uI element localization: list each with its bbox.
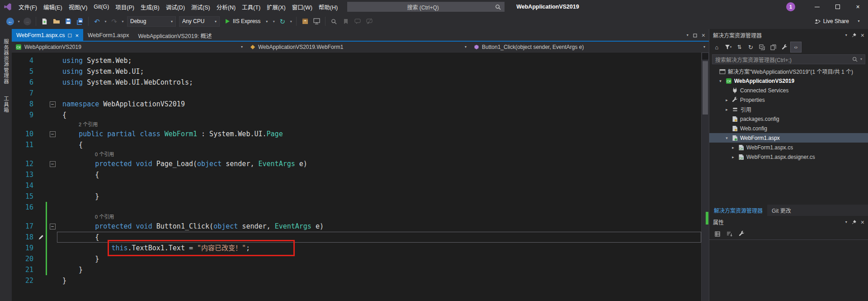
preview-selected-items-button[interactable]: ‹› (791, 42, 801, 52)
code-line[interactable]: 22} (12, 275, 701, 286)
menu-item[interactable]: 文件(F) (15, 0, 40, 14)
code-line[interactable]: 15 } (12, 191, 701, 202)
fold-margin[interactable]: − (48, 129, 57, 139)
active-files-dropdown-icon[interactable]: ▾ (687, 33, 689, 37)
tool-tab-toolbox[interactable]: 工具箱 (2, 94, 9, 115)
bookmark-button[interactable] (340, 16, 351, 27)
menu-item[interactable]: Git(G) (90, 0, 112, 14)
menu-item[interactable]: 测试(S) (188, 0, 213, 14)
tree-item[interactable]: ▸引用 (709, 105, 868, 114)
codelens-references-link[interactable]: 0 个引用 (57, 150, 114, 158)
fold-margin[interactable]: − (48, 221, 57, 232)
menu-item[interactable]: 项目(P) (112, 0, 137, 14)
class-dropdown[interactable]: WebApplicationVS2019.WebForm1 ▾ (246, 42, 470, 52)
code-line[interactable]: 4using System.Web; (12, 55, 701, 66)
show-all-files-button[interactable] (768, 42, 778, 52)
tree-item[interactable]: ▾C#WebApplicationVS2019 (709, 76, 868, 86)
properties-button[interactable] (779, 42, 790, 52)
code-line-text[interactable]: { (57, 110, 701, 120)
code-line-text[interactable]: protected void Button1_Click(object send… (57, 221, 701, 232)
quick-search-box[interactable]: 搜索 (Ctrl+Q) (347, 2, 505, 12)
code-line[interactable]: 8−namespace WebApplicationVS2019 (12, 99, 701, 110)
code-line-text[interactable] (57, 202, 701, 213)
document-tab[interactable]: WebApplicationVS2019: 概述 (134, 29, 217, 42)
dropdown-caret-icon[interactable]: ▾ (16, 19, 21, 24)
tree-item[interactable]: packages.config (709, 114, 868, 124)
collapse-region-icon[interactable]: − (50, 161, 56, 167)
codelens-references-link[interactable]: 2 个引用 (57, 120, 98, 129)
menu-item[interactable]: 生成(B) (137, 0, 163, 14)
collapse-region-icon[interactable]: − (50, 131, 56, 137)
code-editor[interactable]: 4using System.Web;5using System.Web.UI;6… (12, 53, 709, 301)
categorized-button[interactable] (712, 229, 722, 239)
panel-menu-icon[interactable]: ▾ (845, 220, 847, 224)
menu-item[interactable]: 窗口(W) (289, 0, 316, 14)
tree-item[interactable]: Connected Services (709, 86, 868, 95)
code-line-text[interactable]: { (57, 139, 701, 150)
code-line[interactable]: 5using System.Web.UI; (12, 66, 701, 77)
code-line-text[interactable]: public partial class WebForm1 : System.W… (57, 129, 701, 139)
uncomment-button[interactable] (363, 16, 375, 27)
maximize-button[interactable] (827, 0, 848, 14)
keep-open-icon[interactable] (68, 33, 72, 38)
comment-button[interactable] (352, 16, 363, 27)
navigate-forward-button[interactable]: → (22, 16, 33, 27)
code-line[interactable]: 14 (12, 180, 701, 191)
start-debug-button[interactable]: IIS Express▾ (222, 16, 271, 27)
collapse-region-icon[interactable]: − (50, 101, 56, 107)
code-line-text[interactable] (57, 88, 701, 99)
code-line-text[interactable]: } (57, 275, 701, 286)
save-all-button[interactable] (74, 16, 85, 27)
scrollbar-thumb[interactable] (703, 61, 708, 115)
find-in-files-button[interactable] (328, 16, 340, 27)
code-line[interactable]: 9{ (12, 110, 701, 120)
code-line[interactable]: 11 { (12, 139, 701, 150)
minimize-button[interactable] (807, 0, 827, 14)
tool-tab-server-explorer[interactable]: 服务器资源管理器 (2, 37, 9, 86)
expander-icon[interactable]: ▸ (730, 145, 736, 150)
dropdown-caret-icon[interactable]: ▾ (288, 19, 293, 24)
document-tab[interactable]: WebForm1.aspx (83, 29, 133, 42)
new-item-button[interactable] (39, 16, 50, 27)
code-line[interactable]: 21 } (12, 264, 701, 275)
menu-item[interactable]: 视图(V) (66, 0, 91, 14)
code-line-text[interactable]: using System.Web; (57, 55, 701, 66)
code-line-text[interactable] (57, 180, 701, 191)
code-line[interactable]: 19 this.TextBox1.Text = "内容已改变！"; (12, 243, 701, 253)
code-line[interactable]: 17− protected void Button1_Click(object … (12, 221, 701, 232)
close-button[interactable]: × (848, 0, 868, 14)
member-dropdown[interactable]: Button1_Click(object sender, EventArgs e… (470, 42, 709, 52)
tab-solution-explorer[interactable]: 解决方案资源管理器 (709, 205, 767, 216)
code-line[interactable]: 7 (12, 88, 701, 99)
property-pages-button[interactable] (736, 229, 747, 239)
menu-item[interactable]: 调试(D) (163, 0, 188, 14)
pin-icon[interactable] (851, 33, 857, 38)
collapse-region-icon[interactable]: − (50, 224, 56, 229)
close-document-icon[interactable]: × (702, 32, 705, 38)
menu-item[interactable]: 帮助(H) (316, 0, 341, 14)
navigate-backward-button[interactable]: ← (5, 16, 16, 27)
codelens-references-link[interactable]: 0 个引用 (57, 213, 114, 221)
close-icon[interactable]: × (75, 33, 79, 38)
solution-configurations-dropdown[interactable]: Debug▾ (127, 16, 176, 27)
switch-views-button[interactable]: ⌂ (712, 42, 722, 52)
live-share-button[interactable]: Live Share (811, 16, 853, 27)
undo-button[interactable]: ↶ (91, 16, 103, 27)
tab-git-changes[interactable]: Git 更改 (767, 205, 796, 216)
menu-item[interactable]: 工具(T) (239, 0, 264, 14)
code-line[interactable]: 10− public partial class WebForm1 : Syst… (12, 129, 701, 139)
dropdown-caret-icon[interactable]: ▾ (103, 19, 108, 24)
pin-icon[interactable] (851, 220, 857, 225)
code-line-text[interactable]: } (57, 191, 701, 202)
code-line-text[interactable]: this.TextBox1.Text = "内容已改变！"; (57, 243, 701, 253)
open-file-button[interactable] (51, 16, 62, 27)
dropdown-caret-icon[interactable]: ▾ (120, 19, 125, 24)
code-line[interactable]: 13 { (12, 169, 701, 180)
close-panel-icon[interactable]: × (861, 32, 864, 38)
panel-menu-icon[interactable]: ▾ (845, 33, 847, 37)
user-avatar-badge[interactable]: 1 (786, 2, 795, 11)
alphabetical-button[interactable] (724, 229, 735, 239)
menu-item[interactable]: 编辑(E) (40, 0, 66, 14)
collapse-all-button[interactable] (757, 42, 767, 52)
menu-item[interactable]: 分析(N) (213, 0, 239, 14)
